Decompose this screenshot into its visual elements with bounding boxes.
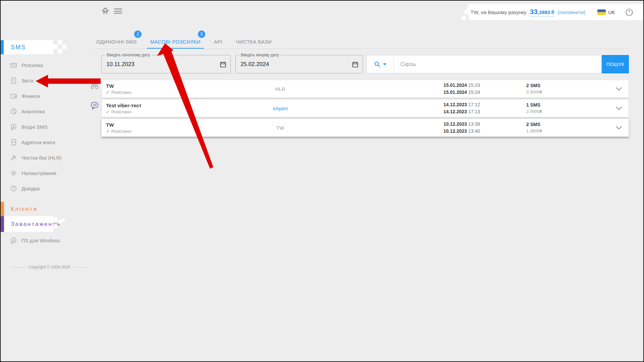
campaign-row[interactable]: TW ✓Розіслано TW 10.12.2023 13:39 10.12.… — [101, 119, 629, 137]
report-tabs: ОДИНОЧНІ SMS 2 МАСОВІ РОЗСИЛКИ 3 API ЧИС… — [96, 34, 272, 49]
sms-count: 1 SMS — [526, 102, 605, 108]
sidebar-nav: Розсилка Звіти Фінанси Аналітика Вхідні … — [1, 57, 81, 196]
sidebar-item-finansy[interactable]: Фінанси — [1, 88, 81, 104]
chevron-down-icon — [616, 126, 622, 129]
inbox-bubble-icon — [10, 123, 17, 130]
language-code: UK — [608, 9, 615, 15]
sidebar-section-sms-label: SMS — [11, 44, 26, 51]
tab-mass-campaigns-badge: 3 — [198, 31, 205, 38]
language-selector[interactable]: UK — [597, 9, 615, 15]
wrench-icon — [10, 154, 17, 161]
sidebar-section-clients[interactable]: Клієнти — [1, 202, 81, 216]
sidebar-item-chystka-baz[interactable]: Чистка баз (HLR) — [1, 150, 81, 165]
sidebar-item-dovidka[interactable]: ? Довідка — [1, 181, 81, 196]
start-date-label: Введіть початкову дату — [105, 53, 152, 57]
sidebar-item-analityka[interactable]: Аналітика — [1, 104, 81, 119]
search-bar: ПОШУК — [366, 55, 629, 73]
tab-api[interactable]: API — [214, 34, 222, 49]
campaign-status: Розіслано — [111, 90, 131, 95]
sms-cost: 0.3000₴ — [526, 89, 605, 96]
topup-link[interactable]: (поповнити) — [557, 9, 585, 15]
sidebar-section-sms[interactable]: SMS — [1, 40, 53, 54]
campaign-volume: 1 SMS 2.0000₴ — [487, 102, 605, 115]
campaign-status: Розіслано — [111, 129, 131, 134]
start-date-field: Введіть початкову дату — [101, 55, 231, 73]
sidebar-item-zvity[interactable]: Звіти — [1, 73, 81, 88]
campaign-title: TW — [106, 122, 231, 128]
sidebar-item-nalashtuvannya[interactable]: Налаштування — [1, 165, 81, 181]
active-section-bar — [1, 40, 4, 54]
tab-single-sms[interactable]: ОДИНОЧНІ SMS 2 — [96, 34, 137, 49]
campaign-row[interactable]: TW ✓Розіслано HLR 15.01.2024 15:23 15.01… — [101, 80, 629, 98]
expand-row-button[interactable] — [605, 107, 629, 110]
viber-icon — [90, 102, 99, 110]
sms-cost: 2.0000₴ — [526, 108, 605, 115]
end-date-input[interactable] — [240, 61, 329, 68]
home-button[interactable] — [101, 7, 110, 15]
envelope-icon — [10, 62, 17, 69]
download-bubble-icon — [10, 237, 17, 244]
tab-single-sms-badge: 2 — [134, 31, 142, 38]
chevron-down-icon — [383, 63, 386, 65]
campaign-volume: 2 SMS 1.3800₴ — [487, 121, 605, 134]
campaign-title: TW — [106, 83, 231, 89]
sidebar-section-downloads[interactable]: Завантаження — [1, 216, 53, 232]
chevron-down-icon — [616, 87, 622, 90]
expand-row-button[interactable] — [605, 87, 629, 90]
campaign-row[interactable]: Test viber-тест ✓Розіслано eXpert 14.12.… — [101, 99, 629, 117]
sidebar-item-adresna-knyha[interactable]: Адресна книга — [1, 134, 81, 150]
check-icon: ✓ — [106, 129, 110, 134]
search-input[interactable] — [394, 55, 602, 73]
end-date-label: Введіть кінцеву дату — [239, 53, 281, 57]
power-icon — [625, 7, 634, 17]
currency-symbol: ₴ — [551, 9, 554, 15]
help-icon: ? — [10, 185, 17, 192]
copyright: Copyright © 2008-2024 — [11, 265, 88, 269]
sidebar-item-windows-software[interactable]: ПЗ для Windows — [1, 233, 81, 248]
sms-count: 2 SMS — [526, 82, 605, 89]
campaign-title-cell: Test viber-тест ✓Розіслано — [102, 103, 231, 114]
address-book-icon — [10, 139, 17, 146]
balance-amount[interactable]: 33 ,3883 ₴ — [530, 8, 554, 17]
ukraine-flag-icon — [597, 9, 606, 15]
app-window: TW, на Вашому рахунку 33 ,3883 ₴ (поповн… — [0, 0, 644, 362]
calendar-icon[interactable] — [352, 61, 358, 68]
campaign-dates: 14.12.2023 17:12 14.12.2023 17:13 — [330, 101, 487, 115]
search-icon — [374, 61, 381, 68]
chevron-down-icon — [616, 107, 622, 110]
campaign-channel: TW — [231, 125, 330, 131]
campaign-title-cell: TW ✓Розіслано — [102, 122, 231, 134]
search-mode-dropdown[interactable] — [366, 55, 394, 73]
wallet-icon — [10, 93, 17, 100]
search-button[interactable]: ПОШУК — [602, 55, 629, 73]
campaign-channel: HLR — [231, 86, 330, 92]
campaign-status: Розіслано — [111, 109, 131, 114]
binoculars-icon — [90, 82, 99, 90]
campaign-title-cell: TW ✓Розіслано — [102, 83, 231, 95]
campaign-dates: 15.01.2024 15:23 15.01.2024 15:24 — [330, 82, 487, 96]
campaign-volume: 2 SMS 0.3000₴ — [487, 82, 605, 96]
clients-section-bar — [1, 202, 4, 216]
tab-base-cleaning[interactable]: ЧИСТКА БАЗИ — [236, 34, 272, 49]
expand-row-button[interactable] — [605, 126, 629, 129]
gear-icon — [10, 170, 17, 177]
logout-button[interactable] — [625, 7, 634, 17]
home-icon — [101, 7, 110, 15]
sms-cost: 1.3800₴ — [526, 128, 605, 134]
hamburger-menu-icon[interactable] — [114, 8, 122, 14]
sidebar-item-vhidni-sms[interactable]: Вхідні SMS — [1, 119, 81, 134]
check-icon: ✓ — [106, 109, 110, 114]
balance-prefix: TW, на Вашому рахунку — [471, 9, 527, 15]
report-icon — [10, 77, 17, 84]
sms-count: 2 SMS — [526, 121, 605, 128]
campaign-channel-link[interactable]: eXpert — [273, 106, 287, 111]
campaign-dates: 10.12.2023 13:39 10.12.2023 13:40 — [330, 121, 487, 135]
campaign-title: Test viber-тест — [106, 103, 231, 108]
check-icon: ✓ — [106, 90, 110, 95]
tabs-divider — [93, 49, 628, 49]
calendar-icon[interactable] — [220, 61, 226, 68]
tab-mass-campaigns[interactable]: МАСОВІ РОЗСИЛКИ 3 — [150, 34, 201, 49]
sidebar-item-rozsylka[interactable]: Розсилка — [1, 57, 81, 73]
pie-chart-icon — [10, 108, 17, 115]
start-date-input[interactable] — [106, 61, 197, 68]
